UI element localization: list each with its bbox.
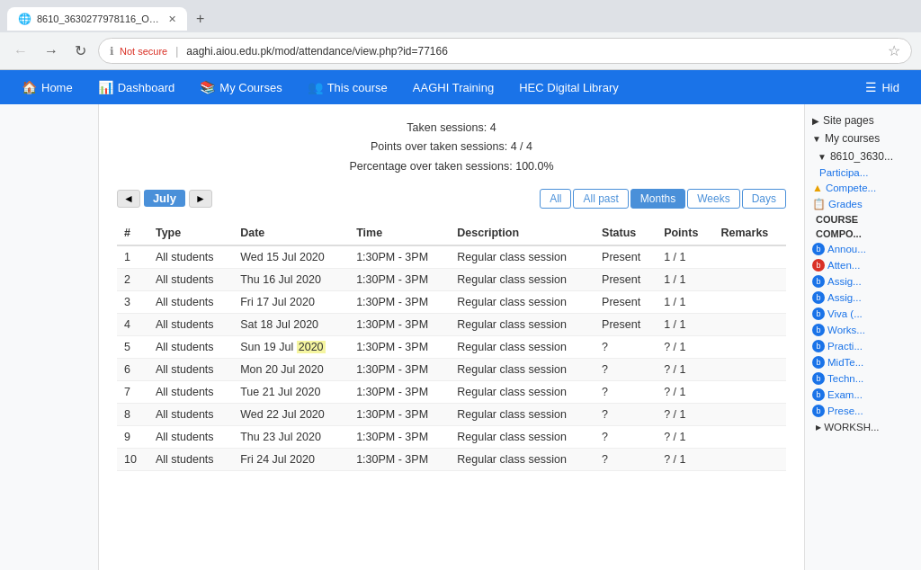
rs-exam-icon: b bbox=[812, 388, 825, 401]
col-description: Description bbox=[450, 221, 595, 245]
cell-status: ? bbox=[595, 425, 657, 448]
cell-type: All students bbox=[148, 403, 233, 425]
rs-course-header-label: COURSE bbox=[812, 214, 858, 225]
cell-remarks bbox=[713, 313, 786, 335]
rs-participa-label: Participa... bbox=[812, 167, 868, 178]
table-row[interactable]: 3All studentsFri 17 Jul 20201:30PM - 3PM… bbox=[117, 290, 786, 313]
col-num: # bbox=[117, 221, 148, 245]
back-button[interactable]: ← bbox=[9, 41, 32, 61]
filter-all-past[interactable]: All past bbox=[573, 189, 628, 209]
cell-time: 1:30PM - 3PM bbox=[349, 403, 450, 425]
cell-type: All students bbox=[148, 245, 233, 269]
nav-hec-library[interactable]: HEC Digital Library bbox=[508, 74, 630, 102]
cell-type: All students bbox=[148, 335, 233, 358]
rs-compete-item[interactable]: ▲ Compete... bbox=[805, 180, 921, 196]
rs-course-code-arrow: ▼ bbox=[818, 152, 827, 162]
rs-grades-item[interactable]: 📋 Grades bbox=[805, 196, 921, 212]
rs-my-courses-arrow: ▼ bbox=[812, 134, 821, 144]
url-box[interactable]: ℹ Not secure | aaghi.aiou.edu.pk/mod/att… bbox=[98, 38, 912, 64]
filter-months[interactable]: Months bbox=[630, 189, 685, 209]
nav-my-courses[interactable]: 📚 My Courses bbox=[189, 73, 292, 102]
rs-my-courses-header[interactable]: ▼ My courses bbox=[805, 129, 921, 147]
table-row[interactable]: 10All studentsFri 24 Jul 20201:30PM - 3P… bbox=[117, 448, 786, 470]
rs-assig2-item[interactable]: b Assig... bbox=[805, 290, 921, 306]
cell-type: All students bbox=[148, 268, 233, 290]
nav-aaghi-training[interactable]: AAGHI Training bbox=[402, 74, 505, 102]
rs-techn-item[interactable]: b Techn... bbox=[805, 370, 921, 387]
rs-viva-item[interactable]: b Viva (... bbox=[805, 306, 921, 322]
next-month-button[interactable]: ► bbox=[189, 190, 212, 208]
table-row[interactable]: 6All studentsMon 20 Jul 20201:30PM - 3PM… bbox=[117, 358, 786, 380]
cell-remarks bbox=[713, 290, 786, 313]
table-row[interactable]: 7All studentsTue 21 Jul 20201:30PM - 3PM… bbox=[117, 380, 786, 403]
nav-hide[interactable]: ☰ Hid bbox=[854, 73, 910, 102]
cell-time: 1:30PM - 3PM bbox=[349, 335, 450, 358]
rs-course-code-label: 8610_3630... bbox=[830, 150, 893, 163]
rs-works-icon: b bbox=[812, 324, 825, 336]
rs-prese-item[interactable]: b Prese... bbox=[805, 403, 921, 419]
rs-atten-icon: b bbox=[812, 259, 825, 272]
cell-description: Regular class session bbox=[450, 245, 595, 269]
rs-works-item[interactable]: b Works... bbox=[805, 322, 921, 338]
table-row[interactable]: 8All studentsWed 22 Jul 20201:30PM - 3PM… bbox=[117, 403, 786, 425]
rs-my-courses-label: My courses bbox=[825, 132, 880, 145]
nav-this-course[interactable]: 👥 This course bbox=[297, 73, 398, 102]
tab-favicon: 🌐 bbox=[18, 13, 31, 25]
url-text: aaghi.aiou.edu.pk/mod/attendance/view.ph… bbox=[186, 45, 448, 58]
home-icon: 🏠 bbox=[22, 80, 37, 94]
nav-dashboard-label: Dashboard bbox=[118, 81, 175, 94]
nav-dashboard[interactable]: 📊 Dashboard bbox=[87, 73, 186, 102]
cell-status: ? bbox=[595, 335, 657, 358]
cell-time: 1:30PM - 3PM bbox=[349, 245, 450, 269]
table-row[interactable]: 1All studentsWed 15 Jul 20201:30PM - 3PM… bbox=[117, 245, 786, 269]
table-row[interactable]: 9All studentsThu 23 Jul 20201:30PM - 3PM… bbox=[117, 425, 786, 448]
cell-description: Regular class session bbox=[450, 335, 595, 358]
rs-prese-icon: b bbox=[812, 405, 825, 417]
rs-worksh-item[interactable]: ▸ WORKSH... bbox=[805, 419, 921, 435]
browser-chrome: 🌐 8610_3630277978116_ODL_A20... ✕ + ← → … bbox=[0, 0, 921, 70]
tab-close-button[interactable]: ✕ bbox=[168, 13, 176, 25]
filter-all[interactable]: All bbox=[540, 189, 571, 209]
forward-button[interactable]: → bbox=[40, 41, 63, 61]
cell-points: ? / 1 bbox=[657, 358, 713, 380]
cell-description: Regular class session bbox=[450, 403, 595, 425]
reload-button[interactable]: ↻ bbox=[70, 40, 91, 61]
rs-annou-item[interactable]: b Annou... bbox=[805, 241, 921, 257]
cell-type: All students bbox=[148, 448, 233, 470]
new-tab-button[interactable]: + bbox=[187, 5, 213, 32]
nav-home[interactable]: 🏠 Home bbox=[11, 73, 84, 102]
rs-exam-item[interactable]: b Exam... bbox=[805, 387, 921, 403]
cell-description: Regular class session bbox=[450, 358, 595, 380]
cell-time: 1:30PM - 3PM bbox=[349, 448, 450, 470]
cell-description: Regular class session bbox=[450, 448, 595, 470]
rs-compete-icon: ▲ bbox=[812, 182, 823, 194]
cell-num: 6 bbox=[117, 358, 148, 380]
rs-assig1-item[interactable]: b Assig... bbox=[805, 273, 921, 290]
col-type: Type bbox=[148, 221, 233, 245]
filter-weeks[interactable]: Weeks bbox=[687, 189, 739, 209]
rs-exam-label: Exam... bbox=[827, 389, 863, 400]
table-body: 1All studentsWed 15 Jul 20201:30PM - 3PM… bbox=[117, 245, 786, 471]
rs-course-code-header[interactable]: ▼ 8610_3630... bbox=[805, 147, 921, 165]
cell-status: Present bbox=[595, 313, 657, 335]
menu-icon: ☰ bbox=[865, 80, 877, 94]
prev-month-button[interactable]: ◄ bbox=[117, 190, 140, 208]
rs-practi-item[interactable]: b Practi... bbox=[805, 338, 921, 354]
cell-num: 5 bbox=[117, 335, 148, 358]
bookmark-icon[interactable]: ☆ bbox=[888, 42, 900, 59]
active-tab[interactable]: 🌐 8610_3630277978116_ODL_A20... ✕ bbox=[7, 7, 187, 31]
dashboard-icon: 📊 bbox=[98, 80, 113, 94]
rs-site-pages-header[interactable]: ▶ Site pages bbox=[805, 111, 921, 129]
rs-midte-item[interactable]: b MidTe... bbox=[805, 354, 921, 370]
cell-time: 1:30PM - 3PM bbox=[349, 268, 450, 290]
address-bar: ← → ↻ ℹ Not secure | aaghi.aiou.edu.pk/m… bbox=[0, 32, 921, 69]
table-row[interactable]: 2All studentsThu 16 Jul 20201:30PM - 3PM… bbox=[117, 268, 786, 290]
rs-atten-item[interactable]: b Atten... bbox=[805, 257, 921, 273]
table-row[interactable]: 4All studentsSat 18 Jul 20201:30PM - 3PM… bbox=[117, 313, 786, 335]
cell-type: All students bbox=[148, 313, 233, 335]
table-row[interactable]: 5All studentsSun 19 Jul 20201:30PM - 3PM… bbox=[117, 335, 786, 358]
rs-midte-icon: b bbox=[812, 356, 825, 369]
cell-date: Thu 16 Jul 2020 bbox=[233, 268, 349, 290]
filter-days[interactable]: Days bbox=[742, 189, 786, 209]
rs-participa-item[interactable]: Participa... bbox=[805, 165, 921, 180]
